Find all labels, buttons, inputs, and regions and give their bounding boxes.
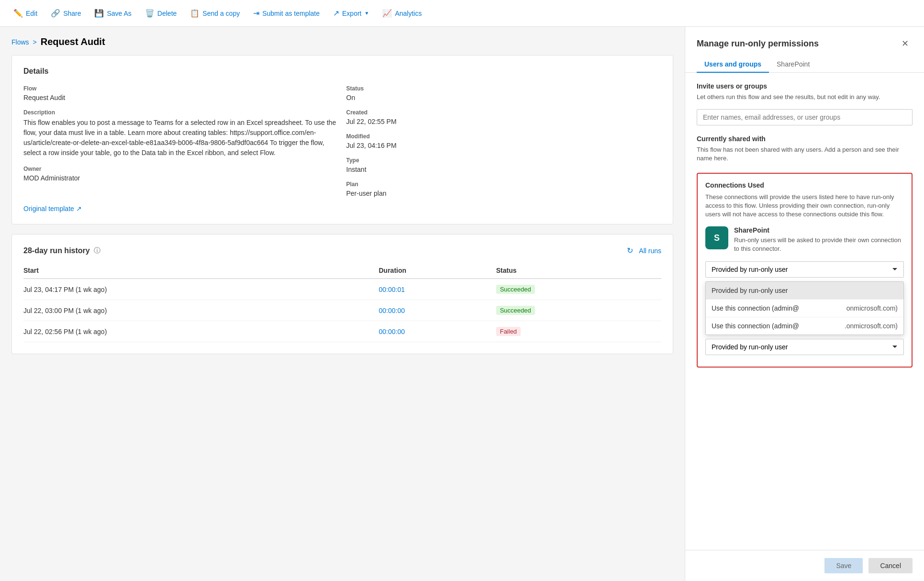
details-right-col: Status On Created Jul 22, 02:55 PM Modif… — [346, 85, 662, 197]
save-as-icon: 💾 — [94, 9, 104, 18]
analytics-button[interactable]: 📈 Analytics — [377, 5, 427, 22]
connection-select-top[interactable]: Provided by run-only user Use this conne… — [705, 261, 904, 278]
tab-sharepoint[interactable]: SharePoint — [769, 56, 817, 73]
col-status: Status — [496, 263, 661, 279]
panel-footer: Save Cancel — [685, 550, 924, 581]
details-card-title: Details — [23, 67, 661, 76]
run-history-actions: ↻ All runs — [627, 246, 661, 255]
edit-icon: ✏️ — [13, 9, 23, 18]
analytics-icon: 📈 — [382, 9, 392, 18]
modified-value: Jul 23, 04:16 PM — [346, 142, 662, 149]
type-label: Type — [346, 157, 662, 164]
save-button[interactable]: Save — [824, 558, 863, 573]
cell-duration: 00:00:01 — [379, 279, 496, 300]
cell-status: Succeeded — [496, 279, 661, 300]
right-panel: Manage run-only permissions ✕ Users and … — [685, 27, 924, 581]
flow-value: Request Audit — [23, 94, 339, 101]
tab-users-groups[interactable]: Users and groups — [697, 56, 769, 73]
status-badge: Succeeded — [496, 306, 535, 315]
panel-tabs: Users and groups SharePoint — [685, 51, 924, 73]
connector-name: SharePoint — [734, 226, 904, 234]
description-value: This flow enables you to post a message … — [23, 118, 339, 158]
run-history-title: 28-day run history — [23, 246, 90, 255]
owner-group: Owner MOD Administrator — [23, 166, 339, 182]
col-start: Start — [23, 263, 379, 279]
run-history-card: 28-day run history ⓘ ↻ All runs Start Du… — [11, 234, 673, 354]
connector-row: S SharePoint Run-only users will be aske… — [705, 226, 904, 253]
refresh-icon[interactable]: ↻ — [627, 246, 633, 255]
status-badge: Succeeded — [496, 285, 535, 294]
invite-description: Let others run this flow and see the res… — [697, 93, 913, 101]
export-chevron-icon: ▼ — [364, 11, 369, 16]
invite-input[interactable] — [697, 109, 913, 125]
submit-template-button[interactable]: ⇥ Submit as template — [247, 5, 325, 22]
status-value: On — [346, 94, 662, 101]
connections-description: These connections will provide the users… — [705, 193, 904, 219]
connections-box: Connections Used These connections will … — [697, 173, 913, 368]
export-button[interactable]: ↗ Export ▼ — [327, 5, 375, 22]
breadcrumb-separator: > — [33, 38, 37, 46]
cell-start: Jul 23, 04:17 PM (1 wk ago) — [23, 279, 379, 300]
plan-value: Per-user plan — [346, 190, 662, 197]
created-value: Jul 22, 02:55 PM — [346, 118, 662, 125]
shared-title: Currently shared with — [697, 135, 913, 143]
external-link-icon: ↗ — [76, 205, 82, 212]
col-duration: Duration — [379, 263, 496, 279]
main-layout: Flows > Request Audit Details Flow Reque… — [0, 27, 924, 581]
info-icon[interactable]: ⓘ — [94, 246, 100, 255]
submit-template-icon: ⇥ — [253, 9, 259, 18]
delete-icon: 🗑️ — [145, 9, 155, 18]
connection-select-bottom[interactable]: Provided by run-only user Use this conne… — [705, 339, 904, 355]
details-card: Details Flow Request Audit Description T… — [11, 55, 673, 224]
cell-status: Succeeded — [496, 300, 661, 321]
breadcrumb-current: Request Audit — [41, 36, 105, 47]
plan-label: Plan — [346, 181, 662, 188]
cell-start: Jul 22, 02:56 PM (1 wk ago) — [23, 321, 379, 342]
dropdown-option-provided[interactable]: Provided by run-only user — [706, 282, 903, 300]
owner-value: MOD Administrator — [23, 174, 339, 182]
dropdown-option-admin2[interactable]: Use this connection (admin@ .onmicrosoft… — [706, 317, 903, 335]
dropdown-option-admin1[interactable]: Use this connection (admin@ onmicrosoft.… — [706, 300, 903, 317]
share-button[interactable]: 🔗 Share — [45, 5, 87, 22]
share-icon: 🔗 — [51, 9, 60, 18]
panel-body: Invite users or groups Let others run th… — [685, 73, 924, 550]
flow-group: Flow Request Audit — [23, 85, 339, 101]
status-label: Status — [346, 85, 662, 92]
run-history-title-row: 28-day run history ⓘ — [23, 246, 100, 255]
description-label: Description — [23, 109, 339, 116]
save-as-button[interactable]: 💾 Save As — [89, 5, 137, 22]
breadcrumb: Flows > Request Audit — [11, 36, 673, 47]
run-history-header: 28-day run history ⓘ ↻ All runs — [23, 246, 661, 255]
breadcrumb-flows-link[interactable]: Flows — [11, 38, 29, 46]
cell-duration: 00:00:00 — [379, 300, 496, 321]
original-template-link[interactable]: Original template ↗ — [23, 205, 661, 212]
connections-title: Connections Used — [705, 181, 904, 189]
delete-button[interactable]: 🗑️ Delete — [139, 5, 182, 22]
table-row: Jul 22, 03:00 PM (1 wk ago) 00:00:00 Suc… — [23, 300, 661, 321]
close-button[interactable]: ✕ — [898, 36, 913, 51]
created-label: Created — [346, 109, 662, 116]
connector-info: SharePoint Run-only users will be asked … — [734, 226, 904, 253]
details-left-col: Flow Request Audit Description This flow… — [23, 85, 339, 197]
plan-group: Plan Per-user plan — [346, 181, 662, 197]
cell-duration: 00:00:00 — [379, 321, 496, 342]
export-icon: ↗ — [333, 9, 339, 18]
owner-label: Owner — [23, 166, 339, 172]
details-grid: Flow Request Audit Description This flow… — [23, 85, 661, 197]
table-row: Jul 23, 04:17 PM (1 wk ago) 00:00:01 Suc… — [23, 279, 661, 300]
status-badge: Failed — [496, 327, 521, 336]
all-runs-link[interactable]: All runs — [639, 247, 661, 255]
send-copy-icon: 📋 — [190, 9, 200, 18]
shared-section: Currently shared with This flow has not … — [697, 135, 913, 163]
connector-note: Run-only users will be asked to provide … — [734, 236, 904, 253]
edit-button[interactable]: ✏️ Edit — [8, 5, 43, 22]
toolbar: ✏️ Edit 🔗 Share 💾 Save As 🗑️ Delete 📋 Se… — [0, 0, 924, 27]
send-copy-button[interactable]: 📋 Send a copy — [184, 5, 245, 22]
cancel-button[interactable]: Cancel — [868, 558, 913, 573]
table-row: Jul 22, 02:56 PM (1 wk ago) 00:00:00 Fai… — [23, 321, 661, 342]
panel-header: Manage run-only permissions ✕ — [685, 27, 924, 51]
invite-section: Invite users or groups Let others run th… — [697, 82, 913, 135]
modified-group: Modified Jul 23, 04:16 PM — [346, 133, 662, 149]
run-history-table: Start Duration Status Jul 23, 04:17 PM (… — [23, 263, 661, 342]
type-group: Type Instant — [346, 157, 662, 173]
